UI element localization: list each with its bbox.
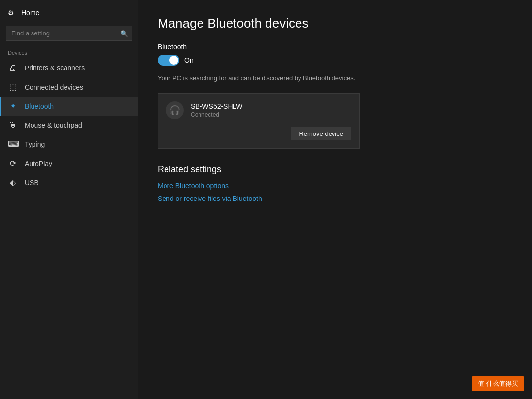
device-status: Connected: [191, 111, 351, 118]
related-settings: Related settings More Bluetooth options …: [158, 165, 512, 202]
device-info: SB-WS52-SHLW Connected: [191, 102, 351, 118]
bluetooth-icon: ✦: [8, 101, 18, 111]
headset-icon: 🎧: [166, 101, 184, 119]
toggle-on-label: On: [184, 56, 194, 64]
sidebar-item-label: AutoPlay: [25, 160, 52, 167]
sidebar-item-label: Typing: [25, 140, 45, 148]
device-name: SB-WS52-SHLW: [191, 102, 351, 110]
usb-icon: ⬖: [8, 178, 18, 187]
sidebar-item-label: USB: [25, 179, 39, 187]
send-receive-files-link[interactable]: Send or receive files via Bluetooth: [158, 195, 512, 202]
page-title: Manage Bluetooth devices: [158, 16, 512, 31]
sidebar-item-mouse[interactable]: 🖱 Mouse & touchpad: [0, 116, 138, 134]
sidebar-item-printers[interactable]: 🖨 Printers & scanners: [0, 59, 138, 77]
sidebar-item-home[interactable]: ⚙ Home: [0, 4, 138, 22]
remove-device-button[interactable]: Remove device: [291, 127, 351, 140]
device-item[interactable]: 🎧 SB-WS52-SHLW Connected: [158, 94, 359, 123]
bluetooth-toggle-label: Bluetooth: [158, 43, 512, 51]
autoplay-icon: ⟳: [8, 159, 18, 168]
sidebar-item-typing[interactable]: ⌨ Typing: [0, 134, 138, 154]
watermark: 值 什么值得买: [472, 376, 524, 391]
keyboard-icon: ⌨: [8, 139, 18, 149]
related-settings-title: Related settings: [158, 165, 512, 175]
sidebar-item-bluetooth[interactable]: ✦ Bluetooth: [0, 97, 138, 116]
home-icon: ⚙: [8, 9, 14, 17]
search-box: 🔍: [6, 26, 132, 41]
sidebar: ⚙ Home 🔍 Devices 🖨 Printers & scanners ⬚…: [0, 0, 138, 399]
sidebar-item-autoplay[interactable]: ⟳ AutoPlay: [0, 154, 138, 173]
main-content: Manage Bluetooth devices Bluetooth On Yo…: [138, 0, 532, 399]
device-card: 🎧 SB-WS52-SHLW Connected Remove device: [158, 93, 360, 149]
bluetooth-toggle[interactable]: [158, 55, 179, 66]
bluetooth-description: Your PC is searching for and can be disc…: [158, 73, 365, 83]
remove-btn-row: Remove device: [158, 123, 359, 148]
sidebar-item-label: Printers & scanners: [25, 64, 85, 72]
sidebar-item-label: Mouse & touchpad: [25, 121, 82, 129]
sidebar-item-label: Connected devices: [25, 83, 83, 91]
bluetooth-toggle-row: On: [158, 55, 512, 66]
devices-section-label: Devices: [0, 47, 138, 59]
sidebar-item-label: Bluetooth: [25, 102, 54, 110]
search-icon: 🔍: [120, 30, 128, 37]
home-label: Home: [21, 9, 39, 17]
more-bluetooth-options-link[interactable]: More Bluetooth options: [158, 182, 512, 190]
printer-icon: 🖨: [8, 64, 18, 72]
sidebar-item-connected-devices[interactable]: ⬚ Connected devices: [0, 77, 138, 97]
search-input[interactable]: [6, 26, 132, 41]
watermark-text: 值 什么值得买: [478, 380, 518, 387]
mouse-icon: 🖱: [8, 121, 18, 130]
sidebar-item-usb[interactable]: ⬖ USB: [0, 173, 138, 192]
connected-devices-icon: ⬚: [8, 82, 18, 92]
